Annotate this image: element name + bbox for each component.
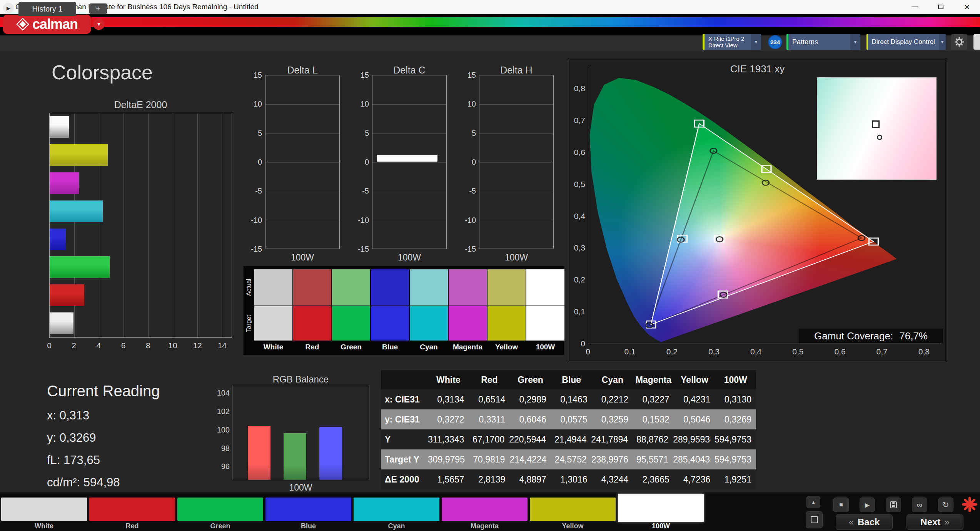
- tab-label: History 1: [32, 5, 63, 13]
- deltae-bar-row: [50, 113, 232, 141]
- reading-x: x: 0,313: [47, 409, 89, 422]
- link-icon: ∞: [917, 501, 922, 509]
- patterns-dropdown[interactable]: Patterns ▼: [786, 34, 860, 50]
- table-header-row: WhiteRedGreenBlueCyanMagentaYellow100W: [381, 370, 756, 389]
- pattern-window-button[interactable]: [806, 511, 823, 528]
- refresh-button[interactable]: ↻: [938, 498, 953, 512]
- settings-button[interactable]: [951, 34, 967, 50]
- close-button[interactable]: ×: [954, 0, 980, 14]
- delta-chart-title: Delta L: [265, 65, 340, 76]
- cie-y-tick-label: 0: [581, 339, 585, 348]
- table-cell: 0,2989: [510, 394, 551, 405]
- deltae-bar-row: [50, 281, 232, 309]
- tab-history-1[interactable]: History 1: [18, 2, 76, 16]
- link-button[interactable]: ∞: [912, 498, 927, 512]
- swatch-label: Green: [332, 343, 370, 351]
- restore-button[interactable]: [928, 0, 954, 14]
- swatch-actual: [410, 269, 448, 306]
- save-button[interactable]: [886, 498, 901, 512]
- table-cell: 0,1463: [551, 394, 592, 405]
- restore-icon: [938, 5, 943, 9]
- play-button[interactable]: ▶: [860, 498, 875, 512]
- display-control-dropdown[interactable]: Direct Display Control ▼: [866, 34, 946, 50]
- pattern-label: Green: [177, 522, 263, 530]
- delta-zero-line: [479, 162, 553, 162]
- meter-name: X-Rite i1Pro 2: [708, 35, 747, 42]
- meter-dropdown[interactable]: X-Rite i1Pro 2 Direct View ▼: [703, 34, 761, 50]
- delta-y-tick-label: 10: [254, 100, 262, 109]
- window-square-icon: [811, 516, 818, 523]
- stop-icon: ■: [839, 501, 843, 508]
- table-cell: 0,0575: [551, 414, 592, 425]
- swatch-actual: [371, 269, 409, 306]
- back-button[interactable]: « Back: [836, 514, 893, 530]
- table-cell: 88,8762: [633, 434, 673, 445]
- cie-y-tick-label: 0,7: [574, 116, 585, 125]
- delta-y-tick-label: -15: [358, 245, 369, 254]
- add-tab-button[interactable]: +: [89, 3, 107, 14]
- edge-partial-control[interactable]: [973, 34, 980, 50]
- delta-y-tick-label: 10: [467, 100, 476, 109]
- pattern-button-magenta[interactable]: Magenta: [442, 493, 528, 531]
- cie-y-tick-label: 0,6: [574, 148, 585, 157]
- swatch-column-white: White: [254, 269, 292, 351]
- logo-menu-button[interactable]: ▼: [93, 18, 105, 30]
- swatch-target: [254, 306, 292, 341]
- deltae-bar-row: [50, 197, 232, 225]
- window-controls: ×: [902, 0, 980, 14]
- pattern-button-red[interactable]: Red: [89, 493, 175, 531]
- deltae-bars: [50, 113, 232, 337]
- deltae-x-tick-label: 2: [72, 341, 76, 350]
- calman-diamond-icon: [16, 18, 29, 31]
- table-cell: 0,6514: [469, 394, 510, 405]
- delta-gridline: [372, 220, 446, 220]
- pattern-button-blue[interactable]: Blue: [265, 493, 351, 531]
- deltae-x-tick-label: 10: [168, 341, 177, 350]
- pattern-swatch: [618, 494, 704, 522]
- table-cell: 214,4224: [509, 454, 551, 465]
- delta-gridline: [479, 133, 553, 134]
- chevron-up-icon: ▲: [811, 499, 816, 505]
- pattern-swatch: [354, 498, 439, 521]
- chevron-down-icon: ▼: [751, 34, 761, 50]
- cie-x-tick-label: 0,4: [750, 347, 761, 356]
- history-nav-button[interactable]: ▶: [3, 3, 14, 13]
- delta-y-tick-label: 0: [472, 158, 476, 167]
- delta-gridline: [265, 191, 339, 191]
- table-cell: 0,3272: [428, 414, 469, 425]
- table-cell: 1,3016: [551, 474, 592, 485]
- next-button[interactable]: Next »: [907, 514, 963, 530]
- pattern-button-100w[interactable]: 100W: [618, 493, 704, 531]
- stop-button[interactable]: ■: [833, 498, 849, 512]
- rainbow-stripe: [0, 17, 980, 27]
- cie-x-tick-label: 0,7: [876, 347, 888, 356]
- delta-gridline: [479, 220, 553, 220]
- swatch-label: Cyan: [410, 343, 448, 351]
- measurement-table: WhiteRedGreenBlueCyanMagentaYellow100Wx:…: [381, 370, 756, 489]
- pattern-button-white[interactable]: White: [1, 493, 87, 531]
- pattern-swatch: [265, 498, 351, 521]
- meter-count-badge: 234: [768, 35, 782, 49]
- delta-chart-plot: [265, 75, 340, 249]
- delta-chart-plot: [479, 75, 554, 249]
- deltae-plot: [49, 113, 232, 338]
- title-bar: Calman 2025 Calman Ultimate for Business…: [0, 0, 980, 14]
- minimize-button[interactable]: [902, 0, 928, 14]
- cie-x-axis: [588, 344, 941, 344]
- table-cell: 0,3311: [469, 414, 510, 425]
- swatch-column-100w: 100W: [526, 269, 564, 351]
- delta-gridline: [265, 220, 339, 220]
- table-cell: 67,1700: [469, 434, 509, 445]
- cie-x-tick-label: 0,3: [708, 347, 720, 356]
- pattern-button-cyan[interactable]: Cyan: [354, 493, 439, 531]
- pattern-button-yellow[interactable]: Yellow: [530, 493, 616, 531]
- chevron-down-icon: ▼: [939, 34, 946, 50]
- swatch-label: Red: [293, 343, 331, 351]
- rgb-bar-green: [284, 433, 306, 480]
- deltae-bar-green: [50, 256, 110, 278]
- table-column-header-cyan: Cyan: [592, 375, 633, 385]
- expand-panel-button[interactable]: ▲: [806, 496, 820, 508]
- pattern-button-green[interactable]: Green: [177, 493, 263, 531]
- table-row: y: CIE310,32720,33110,60460,05750,32590,…: [381, 409, 756, 429]
- table-row: Target Y309,979570,9819214,422424,575223…: [381, 449, 756, 469]
